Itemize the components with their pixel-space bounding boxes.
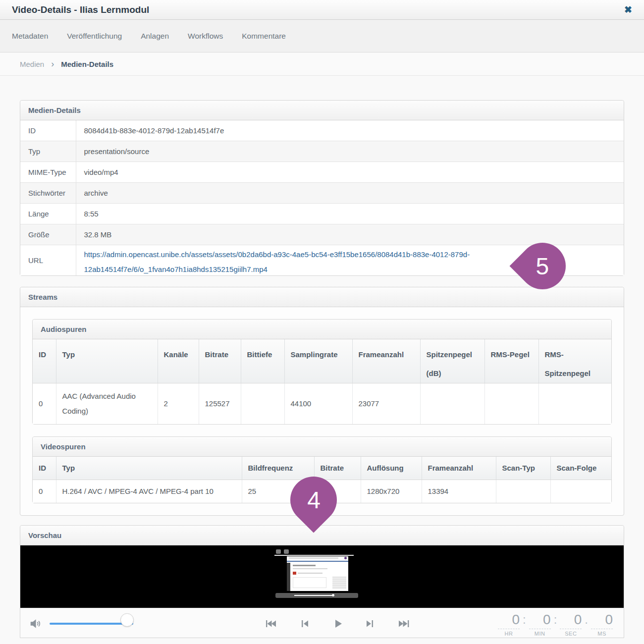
- cell: 125527: [199, 383, 241, 424]
- column-header: RMS-Pegel: [484, 339, 538, 383]
- column-header: Typ: [56, 457, 242, 480]
- page-title: Video-Details - Ilias Lernmodul: [12, 4, 149, 15]
- column-header: Bitrate: [314, 457, 361, 480]
- row-label: URL: [20, 245, 76, 276]
- play-button[interactable]: [332, 618, 344, 630]
- timer-minutes-input[interactable]: 0 MIN: [529, 612, 551, 637]
- table-row: Stichwörter archive: [20, 183, 624, 204]
- column-header: Scan-Typ: [496, 457, 550, 480]
- player-mode-icons: [276, 549, 289, 554]
- column-header: Bitrate: [199, 339, 241, 383]
- row-label: ID: [20, 120, 76, 141]
- column-header: Samplingrate: [284, 339, 352, 383]
- cell: 13394: [422, 480, 496, 503]
- close-icon[interactable]: ✖: [624, 5, 632, 14]
- table-row: Größe 32.8 MB: [20, 224, 624, 245]
- preview-panel: Vorschau: [20, 525, 624, 638]
- row-value: presentation/source: [76, 141, 624, 162]
- timer-ms-input[interactable]: 0 MS: [591, 612, 613, 637]
- media-details-title: Medien-Details: [20, 101, 624, 120]
- cell: [550, 480, 611, 503]
- cell: AAC (Advanced Audio Coding): [56, 383, 158, 424]
- previous-frame-button[interactable]: [298, 618, 310, 630]
- column-header: ID: [33, 457, 56, 480]
- tab-anlagen[interactable]: Anlagen: [141, 32, 169, 41]
- volume-slider-knob[interactable]: [120, 613, 134, 627]
- row-label: Typ: [20, 141, 76, 162]
- table-row: Länge 8:55: [20, 204, 624, 224]
- audio-tracks-title: Audiospuren: [33, 320, 611, 339]
- cell: H.264 / AVC / MPEG-4 AVC / MPEG-4 part 1…: [56, 480, 242, 503]
- row-label: MIME-Type: [20, 162, 76, 183]
- column-header: Scan-Folge: [550, 457, 611, 480]
- streams-title: Streams: [20, 287, 624, 307]
- thumbnail-player-bar: [275, 593, 358, 598]
- thumbnail-browser-window: [287, 556, 348, 591]
- skip-to-end-button[interactable]: [398, 618, 410, 630]
- row-label: Stichwörter: [20, 183, 76, 204]
- table-row: 0 AAC (Advanced Audio Coding) 2 125527 4…: [33, 383, 611, 424]
- cell: 0: [33, 480, 56, 503]
- table-row: ID 8084d41b-883e-4012-879d-12ab14514f7e: [20, 120, 624, 141]
- timecode-display: 0 HR : 0 MIN : 0 SEC . 0 MS: [498, 612, 613, 637]
- skip-to-start-button[interactable]: [265, 618, 276, 630]
- tab-workflows[interactable]: Workflows: [188, 32, 223, 41]
- cell: 1280x720: [361, 480, 422, 503]
- cell: 0: [33, 383, 56, 424]
- cell: [420, 383, 484, 424]
- video-canvas[interactable]: [20, 545, 624, 608]
- column-header: ID: [33, 339, 56, 383]
- breadcrumb: Medien › Medien-Details: [0, 53, 644, 76]
- column-header: Kanäle: [158, 339, 199, 383]
- window-header: Video-Details - Ilias Lernmodul ✖: [0, 0, 644, 20]
- next-frame-button[interactable]: [365, 618, 376, 630]
- cell: [496, 480, 550, 503]
- cell: 23077: [352, 383, 420, 424]
- column-header: Typ: [56, 339, 158, 383]
- table-row: Typ presentation/source: [20, 141, 624, 162]
- chevron-right-icon: ›: [51, 59, 54, 68]
- cell: [241, 383, 284, 424]
- tab-metadaten[interactable]: Metadaten: [12, 32, 48, 41]
- player-controls: 0 HR : 0 MIN : 0 SEC . 0 MS: [20, 608, 624, 638]
- audio-tracks-panel: Audiospuren ID Typ Kanäle Bitrate Bittie…: [32, 319, 612, 425]
- breadcrumb-medien-details: Medien-Details: [61, 60, 113, 68]
- row-value: 8:55: [76, 204, 624, 224]
- column-header: Auflösung: [361, 457, 422, 480]
- column-header: Frameanzahl: [422, 457, 496, 480]
- column-header: RMS-Spitzenpegel: [538, 339, 611, 383]
- cell: 2: [158, 383, 199, 424]
- video-preview-thumbnail: [273, 548, 366, 605]
- audio-tracks-table: ID Typ Kanäle Bitrate Bittiefe Samplingr…: [33, 339, 611, 424]
- tab-veroeffentlichung[interactable]: Veröffentlichung: [67, 32, 122, 41]
- row-value: archive: [76, 183, 624, 204]
- table-row: MIME-Type video/mp4: [20, 162, 624, 183]
- tab-kommentare[interactable]: Kommentare: [242, 32, 286, 41]
- row-value: 8084d41b-883e-4012-879d-12ab14514f7e: [76, 120, 624, 141]
- media-url-link[interactable]: https://admin.opencast.unibe.ch/assets/a…: [84, 247, 509, 275]
- video-tracks-title: Videospuren: [33, 437, 611, 457]
- row-label: Länge: [20, 204, 76, 224]
- column-header: Frameanzahl: [352, 339, 420, 383]
- column-header: Bittiefe: [241, 339, 284, 383]
- breadcrumb-medien[interactable]: Medien: [20, 60, 44, 68]
- row-value: video/mp4: [76, 162, 624, 183]
- preview-title: Vorschau: [20, 526, 624, 545]
- cell: 44100: [284, 383, 352, 424]
- cell: [484, 383, 538, 424]
- timer-hours-input[interactable]: 0 HR: [498, 612, 520, 637]
- column-header: Bildfrequenz: [242, 457, 314, 480]
- tab-bar: Metadaten Veröffentlichung Anlagen Workf…: [0, 20, 644, 53]
- row-label: Größe: [20, 224, 76, 245]
- column-header: Spitzenpegel (dB): [420, 339, 484, 383]
- timer-seconds-input[interactable]: 0 SEC: [560, 612, 582, 637]
- row-value: 32.8 MB: [76, 224, 624, 245]
- volume-icon[interactable]: [29, 617, 42, 630]
- cell: [538, 383, 611, 424]
